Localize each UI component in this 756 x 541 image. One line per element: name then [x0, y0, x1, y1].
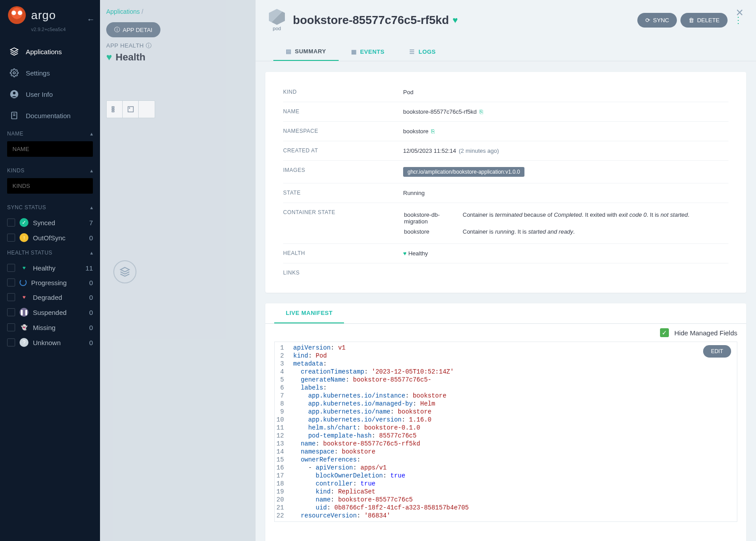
- nav-applications[interactable]: Applications: [0, 41, 100, 62]
- container-state-table: bookstore-db-migration Container is term…: [403, 209, 728, 237]
- close-icon[interactable]: ✕: [736, 7, 744, 19]
- heart-icon: ♥: [452, 15, 458, 25]
- copy-icon[interactable]: ⎘: [431, 128, 435, 135]
- filter-sync-header[interactable]: SYNC STATUS▴: [7, 204, 93, 211]
- copy-icon[interactable]: ⎘: [480, 108, 483, 115]
- outofsync-icon: ↑: [20, 233, 28, 242]
- filter-sync-section: SYNC STATUS▴ ✓Synced7 ↑OutOfSync0: [0, 204, 100, 245]
- svg-point-3: [13, 92, 16, 95]
- nav-label: Applications: [26, 48, 62, 56]
- checkbox[interactable]: [7, 264, 15, 272]
- chevron-up-icon: ▴: [90, 131, 93, 137]
- modal-title: bookstore-85577c76c5-rf5kd ♥: [293, 13, 458, 27]
- edit-button[interactable]: EDIT: [703, 345, 731, 358]
- tab-live-manifest[interactable]: LIVE MANIFEST: [274, 303, 344, 323]
- summary-panel: KINDPod NAMEbookstore-85577c76c5-rf5kd⎘ …: [265, 72, 746, 293]
- align-icon: ☰: [409, 48, 415, 55]
- row-links: LINKS: [283, 263, 728, 282]
- tab-logs[interactable]: ☰LOGS: [397, 43, 448, 61]
- filter-health-header[interactable]: HEALTH STATUS▴: [7, 250, 93, 256]
- svg-marker-0: [11, 48, 18, 52]
- row-name: NAMEbookstore-85577c76c5-rf5kd⎘: [283, 102, 728, 122]
- filter-kinds-header[interactable]: KINDS▴: [7, 167, 93, 174]
- calendar-icon: ▦: [351, 48, 357, 55]
- layers-icon: [10, 47, 20, 56]
- hide-managed-label: Hide Managed Fields: [674, 329, 737, 337]
- tab-events[interactable]: ▦EVENTS: [339, 43, 397, 61]
- pod-kind-label: pod: [269, 26, 285, 31]
- filter-row-healthy[interactable]: ♥Healthy11: [7, 260, 93, 275]
- row-namespace: NAMESPACEbookstore⎘: [283, 122, 728, 141]
- filter-name-header[interactable]: NAME▴: [7, 131, 93, 137]
- sync-button[interactable]: ⟳SYNC: [637, 13, 677, 28]
- user-icon: [10, 90, 20, 99]
- modal-tabs: ▤SUMMARY ▦EVENTS ☰LOGS: [256, 43, 756, 61]
- code-lines[interactable]: apiVersion: v1kind: Podmetadata: creatio…: [289, 342, 737, 521]
- nav-settings[interactable]: Settings: [0, 62, 100, 84]
- sidebar: argo ← v2.9.2+c5ea5c4 Applications Setti…: [0, 0, 100, 541]
- nav-documentation[interactable]: Documentation: [0, 105, 100, 126]
- code-container: EDIT 12345678910111213141516171819202122…: [274, 342, 737, 522]
- heart-icon: ♥: [403, 250, 407, 257]
- hide-managed-checkbox[interactable]: ✓: [660, 328, 669, 337]
- nav-items: Applications Settings User Info Document…: [0, 41, 100, 126]
- row-images: IMAGESghcr.io/amplication/bookstore-appl…: [283, 161, 728, 183]
- argo-logo: [8, 6, 26, 24]
- progressing-icon: [20, 279, 27, 286]
- nav-label: Documentation: [26, 112, 71, 119]
- gear-icon: [10, 68, 20, 77]
- filter-row-suspended[interactable]: ❚❚Suspended0: [7, 305, 93, 320]
- chevron-up-icon: ▴: [90, 250, 93, 256]
- pod-cube-icon: [269, 9, 285, 25]
- container-row: bookstore Container is running. It is st…: [404, 227, 728, 236]
- sidebar-header: argo ←: [0, 0, 100, 28]
- synced-icon: ✓: [20, 218, 28, 227]
- filter-kinds-input[interactable]: [7, 178, 93, 194]
- image-tag: ghcr.io/amplication/bookstore-applicatio…: [403, 167, 524, 177]
- checkbox[interactable]: [7, 308, 15, 316]
- nav-label: Settings: [26, 69, 50, 77]
- modal-overlay: ✕ pod bookstore-85577c76c5-rf5kd ♥ ⟳SYNC…: [100, 0, 756, 541]
- filter-row-missing[interactable]: 👻Missing0: [7, 320, 93, 335]
- filter-name-section: NAME▴: [0, 131, 100, 163]
- file-icon: ▤: [286, 48, 292, 55]
- checkbox[interactable]: [7, 278, 15, 286]
- code-editor[interactable]: 12345678910111213141516171819202122 apiV…: [274, 342, 737, 522]
- trash-icon: 🗑: [688, 17, 694, 24]
- broken-heart-icon: ♥: [20, 293, 28, 302]
- tab-summary[interactable]: ▤SUMMARY: [273, 43, 339, 61]
- checkbox[interactable]: [7, 338, 15, 346]
- svg-point-1: [13, 72, 16, 74]
- filter-health-section: HEALTH STATUS▴ ♥Healthy11 Progressing0 ♥…: [0, 250, 100, 350]
- modal-header: pod bookstore-85577c76c5-rf5kd ♥ ⟳SYNC 🗑…: [256, 0, 756, 38]
- ghost-icon: 👻: [20, 323, 28, 332]
- filter-row-degraded[interactable]: ♥Degraded0: [7, 290, 93, 305]
- heart-icon: ♥: [20, 263, 28, 272]
- chevron-up-icon: ▴: [90, 167, 93, 174]
- container-row: bookstore-db-migration Container is term…: [404, 210, 728, 226]
- row-kind: KINDPod: [283, 83, 728, 102]
- filter-row-unknown[interactable]: ?Unknown0: [7, 335, 93, 350]
- filter-kinds-section: KINDS▴: [0, 167, 100, 200]
- version-label: v2.9.2+c5ea5c4: [31, 27, 100, 32]
- filter-row-synced[interactable]: ✓Synced7: [7, 215, 93, 230]
- checkbox[interactable]: [7, 219, 15, 227]
- checkbox[interactable]: [7, 323, 15, 331]
- row-health: HEALTH♥Healthy: [283, 244, 728, 263]
- delete-button[interactable]: 🗑DELETE: [680, 13, 728, 28]
- filter-row-outofsync[interactable]: ↑OutOfSync0: [7, 230, 93, 245]
- row-state: STATERunning: [283, 183, 728, 203]
- resource-modal: ✕ pod bookstore-85577c76c5-rf5kd ♥ ⟳SYNC…: [256, 0, 756, 541]
- manifest-panel: LIVE MANIFEST ✓ Hide Managed Fields EDIT…: [265, 303, 746, 541]
- checkbox[interactable]: [7, 293, 15, 301]
- line-gutter: 12345678910111213141516171819202122: [275, 342, 289, 521]
- chevron-up-icon: ▴: [90, 204, 93, 211]
- manifest-toolbar: ✓ Hide Managed Fields: [265, 324, 746, 342]
- nav-userinfo[interactable]: User Info: [0, 84, 100, 105]
- nav-back-icon[interactable]: ←: [87, 15, 95, 24]
- filter-name-input[interactable]: [7, 141, 93, 157]
- filter-row-progressing[interactable]: Progressing0: [7, 275, 93, 290]
- checkbox[interactable]: [7, 234, 15, 242]
- modal-actions: ⟳SYNC 🗑DELETE ⋮: [637, 13, 743, 28]
- pod-icon-wrap: pod: [269, 9, 285, 31]
